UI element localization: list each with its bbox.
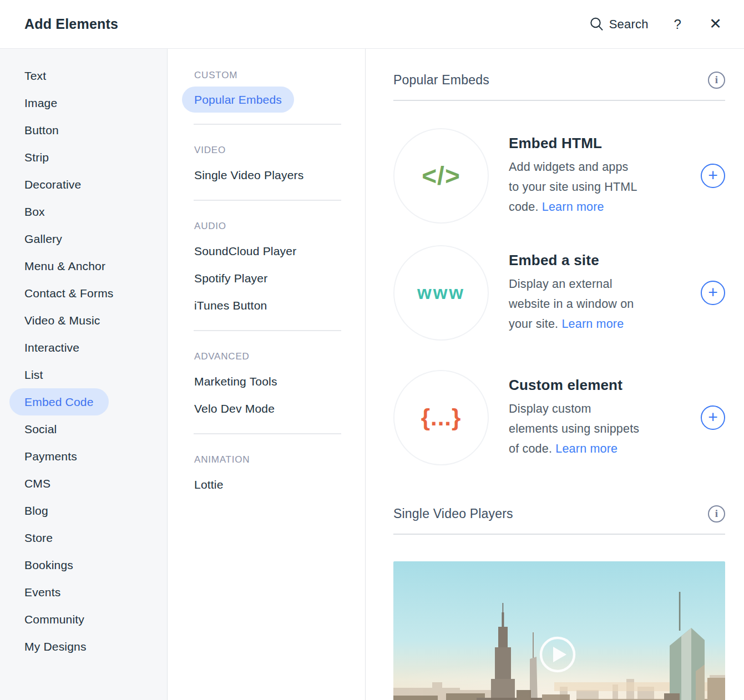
sidebar-item-box[interactable]: Box	[0, 198, 167, 225]
divider	[194, 433, 341, 434]
subcategory-column: CUSTOM Popular Embeds VIDEO Single Video…	[168, 49, 366, 700]
card-embed-html: </> Embed HTML Add widgets and apps to y…	[393, 128, 725, 224]
video-player-thumbnail[interactable]	[393, 561, 725, 700]
sidebar-item-community[interactable]: Community	[0, 606, 167, 633]
learn-more-link[interactable]: Learn more	[555, 442, 618, 455]
sidebar-item-payments[interactable]: Payments	[0, 443, 167, 470]
info-icon[interactable]: i	[708, 505, 725, 523]
card-title: Embed a site	[509, 252, 695, 269]
close-icon[interactable]: ✕	[709, 17, 722, 32]
subcategory-soundcloud-player[interactable]: SoundCloud Player	[194, 237, 365, 265]
sidebar-categories: Text Image Button Strip Decorative Box G…	[0, 49, 168, 700]
header-actions: Search ? ✕	[589, 17, 722, 32]
add-custom-element-button[interactable]: +	[701, 405, 725, 430]
custom-element-icon: {...}	[393, 370, 489, 465]
subcategory-lottie[interactable]: Lottie	[194, 471, 365, 498]
subcategory-single-video-players[interactable]: Single Video Players	[194, 161, 365, 189]
learn-more-link[interactable]: Learn more	[542, 200, 604, 214]
sidebar-item-blog[interactable]: Blog	[0, 497, 167, 524]
search-icon	[589, 17, 604, 32]
content-area: Popular Embeds i </> Embed HTML Add widg…	[366, 49, 744, 700]
divider	[194, 330, 341, 331]
sidebar-item-strip[interactable]: Strip	[0, 144, 167, 171]
sidebar-item-image[interactable]: Image	[0, 89, 167, 116]
sidebar-item-embed-code[interactable]: Embed Code	[9, 388, 109, 415]
subcategory-marketing-tools[interactable]: Marketing Tools	[194, 368, 365, 395]
section-audio: AUDIO SoundCloud Player Spotify Player i…	[194, 221, 365, 331]
sidebar-item-list[interactable]: List	[0, 361, 167, 388]
sidebar-item-video-music[interactable]: Video & Music	[0, 307, 167, 334]
sidebar-item-bookings[interactable]: Bookings	[0, 551, 167, 579]
plus-icon: +	[708, 284, 718, 301]
section-label-video: VIDEO	[194, 145, 365, 156]
card-text: Custom element Display custom elements u…	[509, 377, 695, 459]
single-video-players-header: Single Video Players i	[393, 505, 725, 523]
code-icon: </>	[393, 128, 489, 224]
section-label-advanced: ADVANCED	[194, 351, 365, 362]
subcategory-popular-embeds[interactable]: Popular Embeds	[182, 87, 294, 113]
add-embed-site-button[interactable]: +	[701, 281, 725, 305]
www-icon: www	[393, 245, 489, 341]
panel-title: Add Elements	[24, 16, 118, 32]
sidebar-item-interactive[interactable]: Interactive	[0, 334, 167, 361]
subcategory-itunes-button[interactable]: iTunes Button	[194, 292, 365, 319]
card-text: Embed HTML Add widgets and apps to your …	[509, 135, 695, 217]
divider	[194, 200, 341, 201]
sidebar-item-store[interactable]: Store	[0, 524, 167, 551]
sidebar-item-decorative[interactable]: Decorative	[0, 171, 167, 198]
card-description: Display custom elements using snippets o…	[509, 399, 695, 459]
sidebar-item-gallery[interactable]: Gallery	[0, 225, 167, 252]
sidebar-item-events[interactable]: Events	[0, 579, 167, 606]
card-embed-a-site: www Embed a site Display an external web…	[393, 245, 725, 341]
sidebar-item-cms[interactable]: CMS	[0, 470, 167, 497]
plus-icon: +	[708, 167, 718, 184]
section-label-animation: ANIMATION	[194, 454, 365, 465]
info-icon[interactable]: i	[708, 72, 725, 89]
sidebar-item-my-designs[interactable]: My Designs	[0, 633, 167, 660]
card-custom-element: {...} Custom element Display custom elem…	[393, 370, 725, 465]
card-title: Custom element	[509, 377, 695, 394]
section-animation: ANIMATION Lottie	[194, 454, 365, 498]
add-embed-html-button[interactable]: +	[701, 164, 725, 188]
card-title: Embed HTML	[509, 135, 695, 152]
sidebar-item-contact-forms[interactable]: Contact & Forms	[0, 280, 167, 307]
add-elements-panel: Add Elements Search ? ✕ Text Image Butto…	[0, 0, 744, 700]
search-label: Search	[609, 17, 649, 32]
sidebar-item-social[interactable]: Social	[0, 415, 167, 443]
learn-more-link[interactable]: Learn more	[561, 317, 624, 331]
search-button[interactable]: Search	[589, 17, 649, 32]
plus-icon: +	[708, 409, 718, 425]
sidebar-item-text[interactable]: Text	[0, 62, 167, 89]
section-label-audio: AUDIO	[194, 221, 365, 232]
section-advanced: ADVANCED Marketing Tools Velo Dev Mode	[194, 351, 365, 434]
section-custom: CUSTOM Popular Embeds	[194, 70, 365, 125]
section-label-custom: CUSTOM	[194, 70, 365, 81]
card-text: Embed a site Display an external website…	[509, 252, 695, 334]
single-video-players-title: Single Video Players	[393, 506, 513, 521]
subcategory-velo-dev-mode[interactable]: Velo Dev Mode	[194, 395, 365, 422]
card-description: Display an external website in a window …	[509, 274, 695, 334]
sidebar-item-menu-anchor[interactable]: Menu & Anchor	[0, 252, 167, 280]
popular-embeds-title: Popular Embeds	[393, 73, 489, 88]
popular-embeds-header: Popular Embeds i	[393, 71, 725, 89]
subcategory-spotify-player[interactable]: Spotify Player	[194, 265, 365, 292]
sidebar-item-button[interactable]: Button	[0, 116, 167, 144]
popular-embeds-list: </> Embed HTML Add widgets and apps to y…	[393, 128, 725, 465]
divider	[194, 124, 341, 125]
help-button[interactable]: ?	[674, 17, 682, 32]
divider	[393, 534, 725, 535]
panel-header: Add Elements Search ? ✕	[0, 0, 744, 49]
card-description: Add widgets and apps to your site using …	[509, 157, 695, 217]
section-video: VIDEO Single Video Players	[194, 145, 365, 201]
divider	[393, 100, 725, 101]
